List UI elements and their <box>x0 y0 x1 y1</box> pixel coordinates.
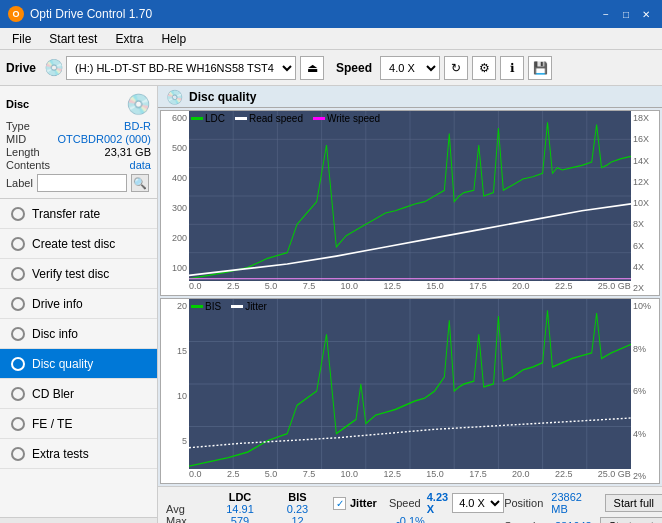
max-label: Max <box>166 515 210 523</box>
nav-item-disc-quality[interactable]: Disc quality <box>0 349 157 379</box>
avg-jitter: -0.1% <box>383 515 438 523</box>
menu-extra[interactable]: Extra <box>107 30 151 48</box>
dq-icon: 💿 <box>166 89 183 105</box>
drive-select[interactable]: (H:) HL-DT-ST BD-RE WH16NS58 TST4 <box>66 56 296 80</box>
bis-legend-label: BIS <box>205 301 221 312</box>
read-speed-label: Read speed <box>249 113 303 124</box>
disc-panel: Disc 💿 Type BD-R MID OTCBDR002 (000) Len… <box>0 86 157 199</box>
main-area: Disc 💿 Type BD-R MID OTCBDR002 (000) Len… <box>0 86 662 523</box>
speed-label: Speed <box>336 61 372 75</box>
avg-ldc: 14.91 <box>210 503 270 515</box>
nav-item-disc-info[interactable]: Disc info <box>0 319 157 349</box>
fe-te-icon <box>10 416 26 432</box>
type-label: Type <box>6 120 30 132</box>
ldc-legend: LDC Read speed Write speed <box>191 113 380 124</box>
window-controls: − □ ✕ <box>598 6 654 22</box>
menu-help[interactable]: Help <box>153 30 194 48</box>
chart1-svg <box>189 111 631 281</box>
label-label: Label <box>6 177 33 189</box>
info-button[interactable]: ℹ <box>500 56 524 80</box>
ldc-legend-label: LDC <box>205 113 225 124</box>
speed-label: Speed <box>389 497 421 509</box>
mid-label: MID <box>6 133 26 145</box>
menu-start-test[interactable]: Start test <box>41 30 105 48</box>
chart2-y-axis-left: 20 15 10 5 <box>161 299 189 483</box>
verify-test-icon <box>10 266 26 282</box>
menu-bar: File Start test Extra Help <box>0 28 662 50</box>
toolbar: Drive 💿 (H:) HL-DT-ST BD-RE WH16NS58 TST… <box>0 50 662 86</box>
avg-label: Avg <box>166 503 210 515</box>
contents-value: data <box>130 159 151 171</box>
save-button[interactable]: 💾 <box>528 56 552 80</box>
drive-icon: 💿 <box>44 58 64 77</box>
jitter-header-label: Jitter <box>350 497 377 509</box>
avg-bis: 0.23 <box>270 503 325 515</box>
nav-item-extra-tests[interactable]: Extra tests <box>0 439 157 469</box>
nav-items: Transfer rate Create test disc Verify te… <box>0 199 157 517</box>
chart2-svg <box>189 299 631 469</box>
jitter-checkbox[interactable] <box>333 497 346 510</box>
settings-button[interactable]: ⚙ <box>472 56 496 80</box>
nav-item-transfer-rate[interactable]: Transfer rate <box>0 199 157 229</box>
create-test-icon <box>10 236 26 252</box>
write-speed-label: Write speed <box>327 113 380 124</box>
bis-chart: BIS Jitter 20 15 10 5 10% <box>160 298 660 484</box>
title-bar: O Opti Drive Control 1.70 − □ ✕ <box>0 0 662 28</box>
stats-left: LDC BIS Avg 14.91 0.23 Max 579 12 Tota <box>166 491 325 523</box>
content-area: 💿 Disc quality LDC Read speed <box>158 86 662 523</box>
transfer-rate-icon <box>10 206 26 222</box>
mid-value: OTCBDR002 (000) <box>57 133 151 145</box>
max-bis: 12 <box>270 515 325 523</box>
speed-dropdown[interactable]: 4.0 X <box>452 493 504 513</box>
nav-item-cd-bler[interactable]: CD Bler <box>0 379 157 409</box>
max-ldc: 579 <box>210 515 270 523</box>
length-label: Length <box>6 146 40 158</box>
label-button[interactable]: 🔍 <box>131 174 149 192</box>
extra-tests-icon <box>10 446 26 462</box>
ldc-chart: LDC Read speed Write speed 600 500 400 <box>160 110 660 296</box>
chart1-x-axis: 0.0 2.5 5.0 7.5 10.0 12.5 15.0 17.5 20.0… <box>189 281 631 295</box>
chart2-inner <box>189 299 631 469</box>
dq-title: Disc quality <box>189 90 256 104</box>
chart1-y-axis-left: 600 500 400 300 200 100 <box>161 111 189 295</box>
jitter-legend-label: Jitter <box>245 301 267 312</box>
label-input[interactable] <box>37 174 127 192</box>
speed-select[interactable]: 4.0 X <box>380 56 440 80</box>
maximize-button[interactable]: □ <box>618 6 634 22</box>
start-full-button[interactable]: Start full <box>605 494 662 512</box>
eject-button[interactable]: ⏏ <box>300 56 324 80</box>
stats-right: Position 23862 MB Start full Samples 381… <box>504 491 662 523</box>
nav-item-fe-te[interactable]: FE / TE <box>0 409 157 439</box>
app-icon: O <box>8 6 24 22</box>
chart1-y-axis-right: 18X 16X 14X 12X 10X 8X 6X 4X 2X <box>631 111 659 295</box>
bis-legend: BIS Jitter <box>191 301 267 312</box>
length-value: 23,31 GB <box>105 146 151 158</box>
chart2-x-axis: 0.0 2.5 5.0 7.5 10.0 12.5 15.0 17.5 20.0… <box>189 469 631 483</box>
drive-info-icon <box>10 296 26 312</box>
speed-value: 4.23 X <box>427 491 448 515</box>
ldc-header: LDC <box>210 491 270 503</box>
close-button[interactable]: ✕ <box>638 6 654 22</box>
start-part-button[interactable]: Start part <box>600 517 662 523</box>
stats-area: LDC BIS Avg 14.91 0.23 Max 579 12 Tota <box>158 486 662 523</box>
status-window-button[interactable]: Status window >> <box>0 517 157 523</box>
cd-bler-icon <box>10 386 26 402</box>
disc-info-icon <box>10 326 26 342</box>
chart2-y-axis-right: 10% 8% 6% 4% 2% <box>631 299 659 483</box>
disc-icon: 💿 <box>126 92 151 116</box>
drive-label: Drive <box>6 61 36 75</box>
app-title: Opti Drive Control 1.70 <box>30 7 152 21</box>
disc-quality-icon <box>10 356 26 372</box>
menu-file[interactable]: File <box>4 30 39 48</box>
refresh-button[interactable]: ↻ <box>444 56 468 80</box>
type-value: BD-R <box>124 120 151 132</box>
charts-area: LDC Read speed Write speed 600 500 400 <box>158 108 662 486</box>
minimize-button[interactable]: − <box>598 6 614 22</box>
nav-item-create-test-disc[interactable]: Create test disc <box>0 229 157 259</box>
contents-label: Contents <box>6 159 50 171</box>
chart1-inner <box>189 111 631 281</box>
nav-item-verify-test-disc[interactable]: Verify test disc <box>0 259 157 289</box>
sidebar: Disc 💿 Type BD-R MID OTCBDR002 (000) Len… <box>0 86 158 523</box>
nav-item-drive-info[interactable]: Drive info <box>0 289 157 319</box>
position-label: Position <box>504 497 543 509</box>
